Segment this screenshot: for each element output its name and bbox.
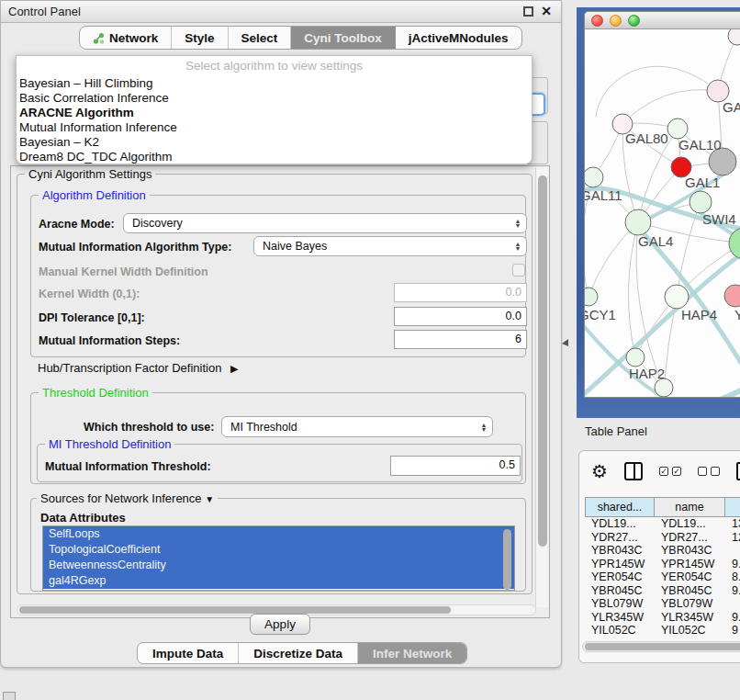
apply-button[interactable]: Apply [250,614,310,635]
sources-title-row[interactable]: Sources for Network Inference ▼ [37,491,218,505]
sources-group: Sources for Network Inference ▼ Data Att… [30,498,526,592]
network-node-gcy1[interactable] [585,288,598,306]
table-cell: 8. [725,570,740,584]
settings-vertical-scrollbar[interactable] [535,167,548,607]
split-columns-icon[interactable] [624,462,643,480]
manual-kernel-checkbox[interactable] [512,264,525,277]
table-cell: YDL19... [585,517,655,531]
float-window-icon[interactable] [523,6,533,17]
table-row[interactable]: YPR145WYPR145W9. [585,558,740,571]
network-node[interactable] [655,378,673,397]
mi-threshold-field[interactable]: 0.5 [390,456,521,476]
table-row[interactable]: YBL079WYBL079W [585,597,740,611]
table-horizontal-scrollbar[interactable] [582,641,740,652]
kernel-width-label: Kernel Width (0,1): [39,288,140,300]
network-node-gal11[interactable] [585,167,603,187]
network-node-y[interactable] [724,285,740,307]
mi-steps-label: Mutual Information Steps: [39,334,180,347]
network-node-gal10[interactable] [667,119,688,139]
export-table-icon[interactable] [736,462,740,480]
threshold-definition-title: Threshold Definition [39,386,152,400]
network-edge-highlighted [678,390,740,398]
settings-gear-icon[interactable]: ⚙ [591,462,608,480]
table-cell: 9. [725,558,740,571]
tab-discretize-data[interactable]: Discretize Data [239,643,358,663]
hub-definition-disclosure[interactable]: Hub/Transcription Factor Definition ▶ [38,361,238,375]
tab-infer-network[interactable]: Infer Network [358,643,466,663]
network-node[interactable] [728,29,740,45]
hub-definition-label: Hub/Transcription Factor Definition [38,361,221,375]
table-row[interactable]: YIL052CYIL052C9 [585,624,740,638]
close-traffic-light-icon[interactable] [591,15,603,27]
tab-impute-data[interactable]: Impute Data [138,643,239,663]
table-row[interactable]: YDL19...YDL19...13 [585,517,740,531]
tab-style[interactable]: Style [172,27,228,49]
network-node-hap4[interactable] [665,285,689,309]
network-node-hap2[interactable] [626,348,645,367]
table-cell: YLR345W [655,611,725,625]
algorithm-option[interactable]: Bayesian – K2 [19,135,99,149]
chevron-updown-icon: ▲▼ [510,242,526,251]
algorithm-option[interactable]: Basic Correlation Inference [19,91,169,105]
table-row[interactable]: YBR043CYBR043C [585,544,740,558]
data-attributes-list[interactable]: SelfLoopsTopologicalCoefficientBetweenne… [42,525,515,591]
attribute-item[interactable]: BetweennessCentrality [43,558,514,573]
close-icon[interactable]: ✕ [541,4,552,18]
data-attributes-label: Data Attributes [40,511,126,525]
tab-cyni-toolbox[interactable]: Cyni Toolbox [291,27,396,49]
tab-network[interactable]: Network [80,27,172,49]
dpi-tolerance-field[interactable]: 0.0 [394,307,527,326]
algorithm-option[interactable]: ARACNE Algorithm [19,106,134,119]
table-cell: YBR043C [655,544,725,558]
attribute-item[interactable]: SelfLoops [43,526,514,542]
scrollbar-thumb[interactable] [538,175,547,547]
table-cell: YDL19... [655,517,725,531]
column-header[interactable]: A [725,497,740,517]
attribute-item[interactable]: TopologicalCoefficient [43,542,514,558]
aracne-mode-select[interactable]: Discovery ▲▼ [123,213,527,233]
algorithm-option[interactable]: Mutual Information Inference [19,120,177,134]
control-panel-titlebar: Control Panel ✕ [1,1,561,23]
kernel-width-field[interactable]: 0.0 [394,283,527,302]
which-threshold-value: MI Threshold [222,421,476,434]
settings-viewport: Cyni Algorithm Settings Algorithm Defini… [10,165,550,618]
table-row[interactable]: YDR27...YDR27...12 [585,531,740,545]
network-edge [622,90,718,124]
tab-jactivemnodules[interactable]: jActiveMNodules [396,27,521,49]
tab-select[interactable]: Select [229,27,292,49]
column-header[interactable]: name [655,497,725,517]
network-canvas[interactable]: GAL7GAL80GAL10GAL1GAL11SWI4GAL4GCY1HAP4Y… [585,29,740,398]
minimize-traffic-light-icon[interactable] [610,15,622,27]
table-cell: YER054C [655,570,725,584]
network-node-label: GAL80 [625,130,668,146]
network-node-gal4[interactable] [625,209,651,235]
table-row[interactable]: YBR045CYBR045C9. [585,584,740,598]
list-scrollbar[interactable] [503,529,511,590]
select-all-checkboxes-icon[interactable]: ✓ ✓ [659,467,681,476]
table-cell: YER054C [585,570,655,584]
mi-steps-field[interactable]: 6 [394,330,527,349]
attribute-item[interactable]: gal4RGexp [43,573,514,589]
chevron-updown-icon: ▲▼ [476,423,492,432]
mi-type-select[interactable]: Naive Bayes ▲▼ [253,236,527,256]
mi-threshold-label: Mutual Information Threshold: [45,460,211,473]
network-node-label: GCY1 [585,307,616,322]
network-node-label: GAL10 [678,137,722,152]
table-row[interactable]: YLR345WYLR345W9. [585,611,740,625]
bottom-left-panel-icon[interactable] [3,692,16,700]
table-row[interactable]: YER054CYER054C8. [585,570,740,584]
network-node-label: GAL1 [685,175,720,190]
algorithm-option[interactable]: Dream8 DC_TDC Algorithm [19,150,173,164]
network-view-window: GAL7GAL80GAL10GAL1GAL11SWI4GAL4GCY1HAP4Y… [584,11,740,398]
algorithm-option[interactable]: Bayesian – Hill Climbing [19,76,153,90]
column-header[interactable]: shared... [585,497,655,517]
mi-threshold-group: MI Threshold Definition Mutual Informati… [37,444,522,482]
deselect-all-checkboxes-icon[interactable] [698,467,720,476]
network-node-swi4[interactable] [690,191,712,213]
zoom-traffic-light-icon[interactable] [628,15,640,27]
which-threshold-select[interactable]: MI Threshold ▲▼ [221,416,493,437]
scrollbar-thumb[interactable] [585,643,740,650]
table-cell: YBR043C [585,544,655,558]
scrollbar-thumb[interactable] [19,606,451,614]
network-node-label: HAP4 [681,307,717,322]
